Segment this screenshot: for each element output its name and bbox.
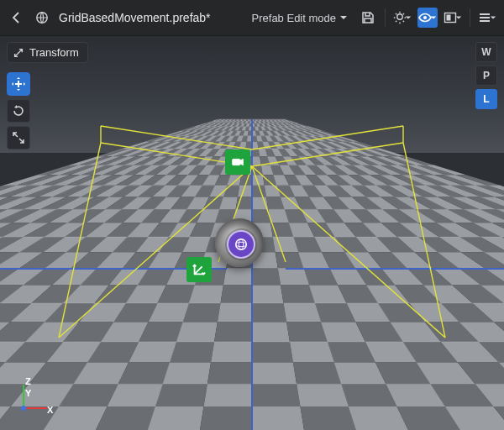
transform-tool-label: Transform (29, 46, 79, 59)
svg-marker-946 (293, 363, 341, 385)
scene-viewport[interactable]: Transform W P L Z Y X (0, 35, 504, 430)
axis-orientation-gizmo: Z Y X (13, 375, 55, 417)
arrow-left-icon (10, 11, 24, 24)
save-icon (361, 11, 375, 24)
back-button[interactable] (7, 8, 27, 28)
mesh-icon[interactable] (227, 230, 255, 259)
svg-marker-784 (220, 286, 252, 303)
svg-marker-745 (252, 268, 281, 285)
svg-point-1595 (21, 406, 26, 411)
chevron-down-icon (430, 14, 437, 21)
transform-tool-button[interactable]: Transform (7, 42, 88, 63)
svg-marker-984 (204, 384, 252, 406)
svg-point-1591 (239, 239, 243, 250)
rotate-tool-button[interactable] (7, 99, 30, 123)
camera-gizmo[interactable] (225, 149, 250, 175)
move-icon (12, 77, 25, 91)
svg-marker-785 (252, 286, 284, 303)
save-button[interactable] (358, 8, 378, 28)
axes-icon (192, 262, 207, 277)
root-transform-gizmo[interactable] (186, 257, 212, 282)
svg-marker-943 (163, 363, 211, 385)
svg-marker-304 (245, 142, 252, 149)
svg-rect-4 (447, 15, 451, 21)
move-tool-button[interactable] (7, 72, 30, 96)
svg-marker-863 (176, 322, 218, 342)
svg-marker-905 (252, 342, 293, 363)
svg-marker-823 (183, 303, 221, 322)
visibility-button[interactable] (417, 8, 438, 28)
axis-y-label: Y (25, 388, 32, 398)
svg-marker-866 (286, 322, 328, 342)
svg-point-1589 (236, 239, 247, 250)
separator (470, 8, 470, 27)
fullscreen-tool-button[interactable] (7, 126, 30, 149)
world-space-button[interactable]: W (475, 42, 497, 62)
svg-marker-986 (297, 384, 349, 406)
edit-mode-dropdown[interactable]: Prefab Edit mode (247, 8, 353, 28)
svg-marker-825 (252, 303, 286, 322)
svg-marker-1024 (200, 406, 252, 430)
svg-point-2 (423, 16, 427, 19)
svg-marker-864 (214, 322, 252, 342)
axis-x-label: X (47, 405, 54, 415)
svg-rect-1592 (233, 159, 240, 165)
svg-marker-1026 (300, 406, 356, 430)
viewport-space-toggle: W P L (475, 42, 497, 109)
sphere-mesh-icon (234, 237, 249, 252)
svg-marker-305 (252, 142, 259, 149)
axis-z-label: Z (25, 376, 31, 386)
expand-icon (13, 47, 24, 59)
svg-marker-1025 (252, 406, 304, 430)
svg-marker-385 (252, 156, 261, 165)
scene-globe-button[interactable] (32, 8, 52, 28)
lighting-button[interactable] (392, 8, 412, 28)
separator (385, 8, 386, 27)
camera-icon (230, 155, 245, 170)
svg-point-1 (397, 14, 402, 19)
svg-marker-985 (252, 384, 300, 406)
scene-title: GridBasedMovement.prefab* (59, 11, 211, 24)
svg-point-1590 (236, 242, 247, 246)
svg-marker-865 (252, 322, 290, 342)
viewport-left-toolbar (7, 72, 30, 149)
layout-button[interactable] (443, 8, 463, 28)
svg-marker-824 (218, 303, 252, 322)
svg-marker-1023 (148, 406, 204, 430)
edit-mode-label: Prefab Edit mode (252, 12, 336, 24)
parent-space-button[interactable]: P (475, 66, 497, 86)
chevron-down-icon (455, 14, 462, 21)
svg-marker-826 (284, 303, 322, 322)
svg-marker-945 (252, 363, 297, 385)
menu-button[interactable] (477, 8, 497, 28)
svg-marker-906 (290, 342, 334, 363)
svg-marker-983 (155, 384, 207, 406)
globe-icon (35, 11, 49, 24)
svg-marker-744 (223, 268, 252, 285)
svg-marker-903 (170, 342, 214, 363)
rotate-icon (12, 104, 25, 118)
local-space-button[interactable]: L (475, 89, 497, 109)
editor-header: GridBasedMovement.prefab* Prefab Edit mo… (0, 0, 504, 36)
expand-arrows-icon (12, 131, 25, 144)
chevron-down-icon (490, 14, 496, 21)
chevron-down-icon (339, 13, 348, 22)
svg-marker-944 (207, 363, 252, 385)
svg-marker-904 (211, 342, 252, 363)
chevron-down-icon (405, 14, 412, 21)
